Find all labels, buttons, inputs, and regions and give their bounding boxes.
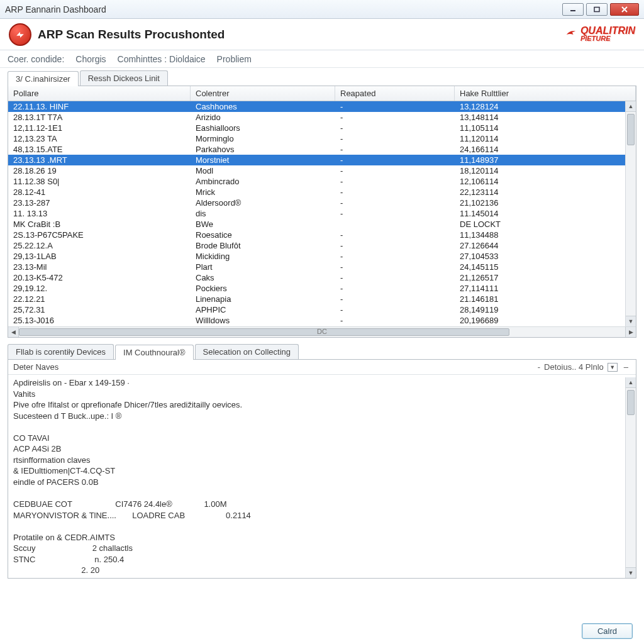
table-cell: 12,11.12-1E1 xyxy=(8,123,191,133)
table-cell: Mrick xyxy=(191,187,335,197)
table-cell: - xyxy=(335,240,455,251)
table-row[interactable]: 28.18.26 19Modl-18,120114 xyxy=(8,165,636,176)
table-row[interactable]: 25,72.31APHPIC-28,149119 xyxy=(8,304,636,315)
details-panel: Deter Naves - Detoius.. 4 Plnlo ▼ – Apdi… xyxy=(8,360,636,579)
table-row[interactable]: 29,13-1LABMickiding-27,104533 xyxy=(8,251,636,262)
table-cell: 27.126644 xyxy=(455,240,636,251)
lower-tab-1[interactable]: IM Couthnoural® xyxy=(115,345,193,360)
lower-tab-2[interactable]: Selecation on Collecting xyxy=(195,344,299,359)
table-cell: Linenapia xyxy=(191,294,335,304)
table-cell: 12,13.23 TA xyxy=(8,133,191,144)
table-row[interactable]: 12,11.12-1E1Eashialloors-11,105114 xyxy=(8,123,636,133)
table-row[interactable]: 48,13.15.ATEParkahovs-24,166114 xyxy=(8,144,636,155)
table-cell: 22,148264 xyxy=(455,326,636,326)
details-scroll-up-icon[interactable]: ▲ xyxy=(626,377,636,388)
table-cell: 27,104533 xyxy=(455,251,636,262)
details-header: Deter Naves - Detoius.. 4 Plnlo ▼ – xyxy=(8,360,636,375)
scroll-left-icon[interactable]: ◀ xyxy=(8,327,19,337)
details-minimize-icon[interactable]: – xyxy=(621,362,631,372)
table-cell: - xyxy=(335,272,455,283)
details-line: CEDBUAE COT CI7476 24.4le® 1.00M xyxy=(13,499,631,510)
table-cell: - xyxy=(335,165,455,176)
table-cell: - xyxy=(335,112,455,123)
table-cell: 22,123114 xyxy=(455,187,636,197)
table-cell: 29,19.12. xyxy=(8,283,191,294)
scroll-up-icon[interactable]: ▲ xyxy=(626,101,636,112)
menu-item-3[interactable]: Probliem xyxy=(217,54,252,64)
scroll-thumb[interactable] xyxy=(627,114,635,145)
table-row[interactable]: 22.11.13. HINFCashhones-13,128124 xyxy=(8,101,636,112)
details-dropdown-icon[interactable]: ▼ xyxy=(608,363,618,372)
details-scroll-thumb[interactable] xyxy=(627,390,635,415)
table-body[interactable]: 22.11.13. HINFCashhones-13,12812428.13.1… xyxy=(8,101,636,326)
table-cell: - xyxy=(335,304,455,315)
details-line xyxy=(13,421,631,433)
table-cell: Parkahovs xyxy=(191,144,335,155)
table-cell: Eashialloors xyxy=(191,123,335,133)
upper-tab-1[interactable]: Ressh Dickeos Linit xyxy=(80,70,168,86)
page-title: ARP Scan Results Procushonted xyxy=(38,28,564,42)
maximize-button[interactable] xyxy=(586,3,608,16)
table-cell: 2S.13-P67C5PAKE xyxy=(8,230,191,240)
table-cell: 28.12-41 xyxy=(8,187,191,197)
table-cell: 21,126517 xyxy=(455,272,636,283)
table-cell: 13,128124 xyxy=(455,101,636,112)
table-row[interactable]: MK CraBit :BBWeDE LOCKT xyxy=(8,219,636,230)
hscroll-thumb[interactable] xyxy=(19,328,509,336)
table-cell: 13,148114 xyxy=(455,112,636,123)
menu-item-2[interactable]: Comhinttes : Dioldaice xyxy=(118,54,206,64)
table-cell: Willldows xyxy=(191,315,335,326)
table-header: Pollare Colentrer Reapated Hake Rulttlie… xyxy=(8,86,636,101)
table-row[interactable]: 28.12-41Mrick-22,123114 xyxy=(8,187,636,197)
table-cell: - xyxy=(335,176,455,187)
column-header-2[interactable]: Reapated xyxy=(335,86,455,101)
table-cell: DE LOCKT xyxy=(455,219,636,230)
column-header-3[interactable]: Hake Rulttlier xyxy=(455,86,636,101)
svg-rect-1 xyxy=(594,7,599,11)
table-row[interactable]: 25.22.12.ABrode Blufôt-27.126644 xyxy=(8,240,636,251)
table-cell: Modl xyxy=(191,165,335,176)
minimize-button[interactable] xyxy=(562,3,584,16)
table-row[interactable]: 11.12.38 S0|Ambincrado-12,106114 xyxy=(8,176,636,187)
horizontal-scrollbar[interactable]: ◀ DC ▶ xyxy=(8,326,636,337)
scroll-down-icon[interactable]: ▼ xyxy=(626,316,636,326)
table-cell: 11,105114 xyxy=(455,123,636,133)
details-scroll-down-icon[interactable]: ▼ xyxy=(626,567,636,578)
menu-item-0[interactable]: Coer. condide: xyxy=(8,54,64,64)
table-row[interactable]: 22.12.21Linenapia-21.146181 xyxy=(8,294,636,304)
column-header-1[interactable]: Colentrer xyxy=(191,86,335,101)
table-row[interactable]: 29,19.12.Pockiers-27,114111 xyxy=(8,283,636,294)
scroll-right-icon[interactable]: ▶ xyxy=(625,327,636,337)
table-row[interactable]: 11. 13.13dis-11.145014 xyxy=(8,208,636,219)
details-vertical-scrollbar[interactable]: ▲ ▼ xyxy=(625,377,636,578)
table-row[interactable]: 20.13-K5-472Caks-21,126517 xyxy=(8,272,636,283)
details-line: eindle of PACERS 0.0B xyxy=(13,477,631,488)
close-button[interactable] xyxy=(610,3,639,16)
primary-button[interactable]: Calrd xyxy=(582,623,633,639)
table-cell: 28.18.26 19 xyxy=(8,165,191,176)
table-cell: 20.13-K5-472 xyxy=(8,272,191,283)
table-cell: 20,196689 xyxy=(455,315,636,326)
table-row[interactable]: 25.12-32Seure-22,148264 xyxy=(8,326,636,326)
table-row[interactable]: 23.13.13 .MRTMorstniet-11,148937 xyxy=(8,155,636,165)
table-cell: BWe xyxy=(191,219,335,230)
details-line: STNC n. 250.4 xyxy=(13,554,631,565)
table-row[interactable]: 23.13-287Aldersoord®-21,102136 xyxy=(8,197,636,208)
window-controls xyxy=(562,3,639,16)
table-row[interactable]: 25.13-J016Willldows-20,196689 xyxy=(8,315,636,326)
column-header-0[interactable]: Pollare xyxy=(8,86,191,101)
details-line: Auarns n. 47 xyxy=(13,576,631,578)
table-row[interactable]: 23.13-MilPlart-24,145115 xyxy=(8,262,636,272)
table-cell: Plart xyxy=(191,262,335,272)
table-row[interactable]: 2S.13-P67C5PAKERoesatice-11,134488 xyxy=(8,230,636,240)
menu-item-1[interactable]: Chorgis xyxy=(75,54,106,64)
vertical-scrollbar[interactable]: ▲ ▼ xyxy=(625,101,636,326)
table-cell: - xyxy=(335,101,455,112)
details-body[interactable]: Apdireislis on - Ebar x 149-159 ·VahitsP… xyxy=(8,375,636,578)
lower-tab-0[interactable]: Fllab is corentiły Devices xyxy=(8,344,114,359)
lower-tab-row: Fllab is corentiły Devices IM Couthnoura… xyxy=(8,344,636,360)
upper-tab-0[interactable]: 3/ C.inahirsizer xyxy=(8,71,79,86)
table-row[interactable]: 12,13.23 TAMorminglo-11,120114 xyxy=(8,133,636,144)
table-row[interactable]: 28.13.1T T7AArizido-13,148114 xyxy=(8,112,636,123)
table-cell: 27,114111 xyxy=(455,283,636,294)
